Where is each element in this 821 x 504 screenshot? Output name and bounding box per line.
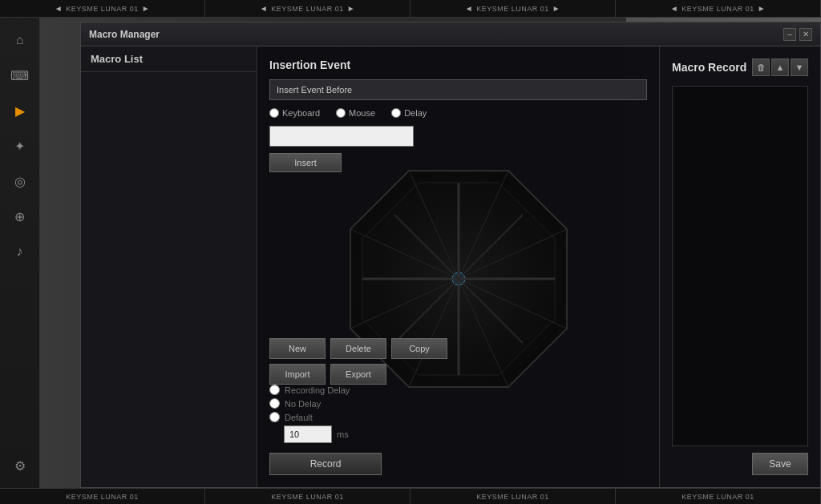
- delay-label: Delay: [404, 108, 427, 118]
- top-tab-1[interactable]: ◄ KEYSME LUNAR 01 ►: [0, 0, 205, 17]
- no-delay-label: No Delay: [285, 399, 321, 409]
- ms-input[interactable]: 10: [284, 425, 332, 443]
- top-tab-label-1: KEYSME LUNAR 01: [66, 5, 139, 13]
- window-body: Macro List: [81, 46, 820, 487]
- macro-list-header: Macro List: [81, 46, 257, 72]
- top-tab-label-3: KEYSME LUNAR 01: [476, 5, 549, 13]
- radio-delay[interactable]: Delay: [391, 108, 427, 118]
- bottom-tab-label-4: KEYSME LUNAR 01: [681, 493, 754, 501]
- buttons-section: New Delete Copy Import Export: [269, 338, 647, 385]
- delete-button[interactable]: Delete: [330, 338, 386, 359]
- window-titlebar: Macro Manager – ✕: [81, 22, 820, 46]
- move-down-button[interactable]: ▼: [791, 58, 808, 76]
- center-panel: Insertion Event Insert Event Before Inse…: [257, 46, 660, 487]
- arrow-left-2: ◄: [260, 4, 268, 13]
- keyboard-label: Keyboard: [282, 108, 320, 118]
- right-panel-header: Macro Record 🗑 ▲ ▼: [672, 58, 808, 76]
- ms-unit-label: ms: [337, 429, 349, 439]
- minimize-button[interactable]: –: [783, 28, 796, 41]
- background-area: Macro Manager – ✕ Macro List: [40, 18, 821, 488]
- top-tab-3[interactable]: ◄ KEYSME LUNAR 01 ►: [410, 0, 616, 17]
- button-row-2: Import Export: [269, 364, 647, 385]
- sidebar-icon-music[interactable]: ♪: [6, 237, 34, 266]
- macro-list-panel: Macro List: [81, 46, 257, 487]
- bottom-tab-label-2: KEYSME LUNAR 01: [271, 493, 344, 501]
- sidebar-icon-settings[interactable]: ⚙: [6, 451, 34, 480]
- default-delay-option[interactable]: Default: [269, 412, 647, 422]
- sidebar-icon-lighting[interactable]: ✦: [6, 131, 34, 160]
- sidebar-icon-target[interactable]: ◎: [6, 167, 34, 196]
- top-tab-4[interactable]: ◄ KEYSME LUNAR 01 ►: [616, 0, 821, 17]
- bottom-tab-1[interactable]: KEYSME LUNAR 01: [0, 489, 205, 504]
- dropdown-wrapper: Insert Event Before Insert Event After ▼: [269, 79, 647, 100]
- icon-toolbar: 🗑 ▲ ▼: [752, 58, 808, 76]
- bottom-bar: KEYSME LUNAR 01 KEYSME LUNAR 01 KEYSME L…: [0, 488, 821, 504]
- down-arrow-icon: ▼: [795, 62, 804, 72]
- radio-keyboard[interactable]: Keyboard: [269, 108, 320, 118]
- top-tab-2[interactable]: ◄ KEYSME LUNAR 01 ►: [205, 0, 410, 17]
- copy-button[interactable]: Copy: [391, 338, 447, 359]
- up-arrow-icon: ▲: [776, 62, 785, 72]
- top-tab-label-4: KEYSME LUNAR 01: [681, 5, 754, 13]
- no-delay-option[interactable]: No Delay: [269, 398, 647, 409]
- bottom-tab-3[interactable]: KEYSME LUNAR 01: [410, 489, 616, 504]
- arrow-left-4: ◄: [670, 4, 678, 13]
- arrow-left-1: ◄: [55, 4, 63, 13]
- right-panel: Macro Record 🗑 ▲ ▼: [660, 46, 820, 487]
- trash-icon: 🗑: [757, 62, 766, 72]
- button-row-1: New Delete Copy: [269, 338, 647, 359]
- bottom-tab-2[interactable]: KEYSME LUNAR 01: [205, 489, 410, 504]
- macro-record-title: Macro Record: [672, 61, 746, 74]
- mouse-label: Mouse: [349, 108, 375, 118]
- radio-mouse[interactable]: Mouse: [336, 108, 375, 118]
- arrow-right-2: ►: [347, 4, 355, 13]
- arrow-right-4: ►: [758, 4, 766, 13]
- sidebar: ⌂ ⌨ ▶ ✦ ◎ ⊕ ♪ ⚙: [0, 18, 40, 488]
- sidebar-icon-globe[interactable]: ⊕: [6, 202, 34, 231]
- main-layout: ⌂ ⌨ ▶ ✦ ◎ ⊕ ♪ ⚙ Macro Manager – ✕: [0, 18, 821, 488]
- export-button[interactable]: Export: [330, 364, 386, 385]
- insertion-event-title: Insertion Event: [269, 58, 647, 71]
- arrow-right-3: ►: [552, 4, 560, 13]
- arrow-left-3: ◄: [465, 4, 473, 13]
- move-up-button[interactable]: ▲: [771, 58, 789, 76]
- top-tab-label-2: KEYSME LUNAR 01: [271, 5, 344, 13]
- bottom-tab-label-3: KEYSME LUNAR 01: [476, 493, 549, 501]
- new-button[interactable]: New: [269, 338, 326, 359]
- delay-input-row: 10 ms: [284, 425, 647, 443]
- save-button[interactable]: Save: [752, 453, 808, 475]
- import-button[interactable]: Import: [269, 364, 326, 385]
- recording-delay-label: Recording Delay: [285, 385, 350, 395]
- default-label: Default: [285, 413, 313, 422]
- event-type-radio-group: Keyboard Mouse Delay: [269, 108, 647, 118]
- sidebar-icon-home[interactable]: ⌂: [6, 26, 34, 54]
- recording-delay-option[interactable]: Recording Delay: [269, 385, 647, 395]
- window-controls: – ✕: [783, 28, 812, 41]
- delete-record-button[interactable]: 🗑: [752, 58, 770, 76]
- key-input[interactable]: [269, 126, 414, 147]
- bottom-tab-4[interactable]: KEYSME LUNAR 01: [616, 489, 821, 504]
- close-button[interactable]: ✕: [799, 28, 812, 41]
- delay-section: Recording Delay No Delay Default: [269, 385, 647, 443]
- save-btn-area: Save: [672, 446, 808, 475]
- top-bar: ◄ KEYSME LUNAR 01 ► ◄ KEYSME LUNAR 01 ► …: [0, 0, 821, 18]
- record-area: [672, 86, 808, 446]
- macro-window: Macro Manager – ✕ Macro List: [80, 22, 821, 488]
- bottom-controls: Recording Delay No Delay Default: [269, 385, 647, 475]
- insert-event-dropdown[interactable]: Insert Event Before Insert Event After: [269, 79, 647, 100]
- sidebar-icon-keyboard[interactable]: ⌨: [6, 61, 34, 90]
- window-title: Macro Manager: [89, 29, 160, 40]
- sidebar-icon-terminal[interactable]: ▶: [6, 96, 34, 125]
- insert-button[interactable]: Insert: [269, 153, 342, 172]
- arrow-right-1: ►: [142, 4, 150, 13]
- record-button[interactable]: Record: [269, 453, 382, 475]
- bottom-tab-label-1: KEYSME LUNAR 01: [66, 493, 139, 501]
